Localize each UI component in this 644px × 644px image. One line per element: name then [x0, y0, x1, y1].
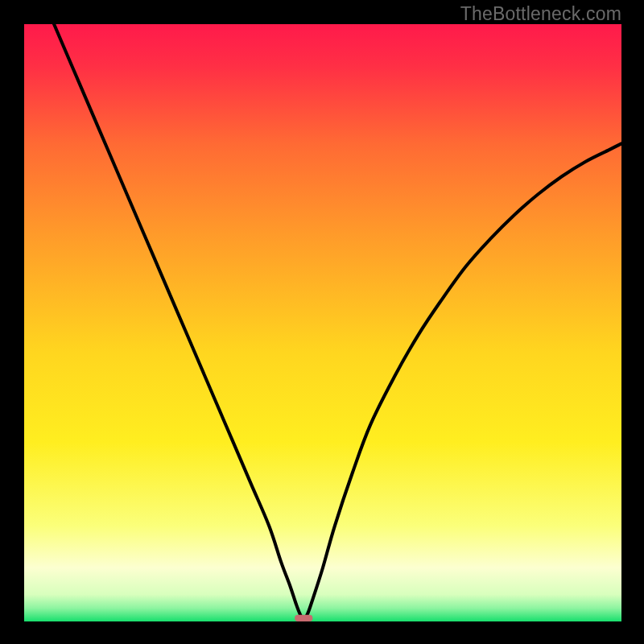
- chart-plot: [24, 24, 621, 621]
- minimum-marker: [295, 615, 312, 621]
- watermark-text: TheBottleneck.com: [460, 3, 621, 25]
- chart-frame: TheBottleneck.com: [0, 0, 644, 644]
- gradient-background: [24, 24, 621, 621]
